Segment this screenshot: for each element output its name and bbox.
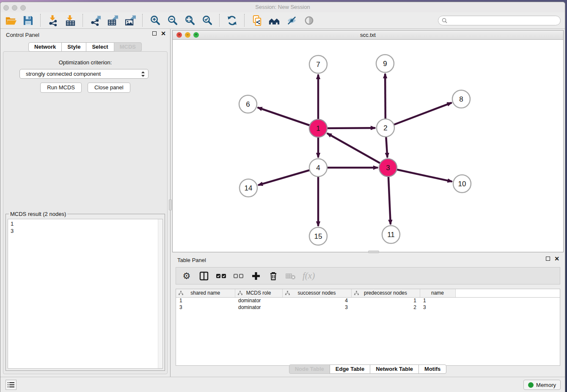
open-file-icon[interactable] bbox=[5, 14, 17, 26]
graph-node-11[interactable]: 11 bbox=[382, 226, 400, 243]
mcds-panel: Optimization criterion: strongly connect… bbox=[3, 51, 168, 374]
toolbar-separator bbox=[142, 14, 143, 27]
float-panel-icon[interactable] bbox=[152, 31, 157, 36]
close-table-panel-icon[interactable]: ✕ bbox=[554, 257, 559, 261]
refresh-icon[interactable] bbox=[226, 14, 238, 26]
zoom-in-icon[interactable] bbox=[149, 14, 161, 26]
graph-node-15[interactable]: 15 bbox=[309, 227, 327, 245]
graph-node-8[interactable]: 8 bbox=[452, 90, 470, 108]
table-row[interactable]: 3dominator323 bbox=[176, 304, 560, 311]
column-header-name[interactable]: name bbox=[420, 289, 455, 297]
svg-text:11: 11 bbox=[387, 231, 395, 239]
add-icon[interactable] bbox=[250, 271, 261, 282]
save-session-icon[interactable] bbox=[22, 14, 34, 26]
svg-text:9: 9 bbox=[383, 60, 387, 68]
memory-status-icon bbox=[528, 382, 534, 388]
table-splitter-handle[interactable] bbox=[368, 251, 379, 253]
application-window: Session: New Session bbox=[0, 2, 565, 392]
graph-node-6[interactable]: 6 bbox=[239, 95, 257, 113]
tab-motifs[interactable]: Motifs bbox=[418, 364, 446, 374]
tab-network[interactable]: Network bbox=[28, 42, 62, 52]
mcds-result-textarea[interactable]: 1 3 bbox=[8, 219, 163, 369]
import-table-icon[interactable] bbox=[64, 14, 76, 26]
cell: 1 bbox=[176, 297, 235, 304]
table-panel-tabs: Node TableEdge TableNetwork TableMotifs bbox=[172, 364, 564, 374]
close-panel-icon[interactable]: ✕ bbox=[161, 31, 166, 36]
svg-text:15: 15 bbox=[314, 232, 322, 240]
table-header-row: shared nameMCDS rolesuccessor nodesprede… bbox=[176, 289, 560, 297]
close-panel-button[interactable]: Close panel bbox=[88, 83, 130, 93]
network-canvas[interactable]: 7968124314101511 bbox=[173, 40, 563, 252]
table-row[interactable]: 1dominator411 bbox=[176, 297, 560, 304]
first-neighbors-icon[interactable] bbox=[268, 14, 280, 26]
tab-edge-table[interactable]: Edge Table bbox=[330, 364, 370, 374]
zoom-out-icon[interactable] bbox=[166, 14, 178, 26]
main-area: Control Panel ✕ NetworkStyleSelectMCDS O… bbox=[0, 29, 565, 377]
search-icon bbox=[442, 18, 447, 23]
edge-1-6[interactable] bbox=[258, 108, 318, 128]
export-table-icon[interactable] bbox=[107, 14, 118, 26]
import-network-icon[interactable] bbox=[47, 14, 59, 26]
graph-node-1[interactable]: 1 bbox=[309, 119, 327, 137]
optimization-criterion-label: Optimization criterion: bbox=[3, 59, 167, 66]
graph-node-14[interactable]: 14 bbox=[239, 179, 257, 197]
tab-node-table[interactable]: Node Table bbox=[289, 364, 330, 374]
mcds-result-title: MCDS result (2 nodes) bbox=[9, 211, 67, 217]
column-header-successor-nodes[interactable]: successor nodes bbox=[282, 289, 351, 297]
graph-node-4[interactable]: 4 bbox=[309, 159, 327, 177]
show-columns-icon[interactable] bbox=[198, 271, 209, 282]
cell: 3 bbox=[282, 304, 351, 311]
delete-table-icon bbox=[285, 271, 296, 282]
column-header-predecessor-nodes[interactable]: predecessor nodes bbox=[351, 289, 420, 297]
edge-3-1[interactable] bbox=[327, 133, 388, 168]
table-toolbar: ⚙ bbox=[176, 267, 560, 284]
float-table-panel-icon[interactable] bbox=[546, 257, 550, 261]
tab-mcds[interactable]: MCDS bbox=[114, 42, 142, 52]
edge-3-10[interactable] bbox=[388, 168, 452, 182]
tab-style[interactable]: Style bbox=[61, 42, 86, 52]
graph-node-7[interactable]: 7 bbox=[309, 55, 327, 73]
graph-node-2[interactable]: 2 bbox=[377, 119, 394, 137]
export-network-icon[interactable] bbox=[89, 14, 101, 26]
toolbar-separator bbox=[40, 14, 41, 27]
hierarchy-icon bbox=[354, 291, 359, 295]
graph-node-9[interactable]: 9 bbox=[376, 55, 394, 72]
network-window-titlebar[interactable]: × − + scc.txt bbox=[173, 30, 563, 40]
search-field[interactable] bbox=[438, 16, 561, 25]
column-header-shared-name[interactable]: shared name bbox=[176, 289, 235, 297]
column-filler bbox=[455, 289, 560, 297]
unselect-all-icon[interactable] bbox=[233, 271, 244, 282]
control-panel-tabs: NetworkStyleSelectMCDS bbox=[0, 42, 170, 52]
export-image-icon[interactable] bbox=[124, 14, 136, 26]
svg-text:14: 14 bbox=[245, 184, 253, 192]
delete-icon[interactable] bbox=[268, 271, 279, 282]
duplicate-network-icon[interactable] bbox=[251, 14, 263, 26]
graph-node-3[interactable]: 3 bbox=[379, 159, 397, 177]
cell: 2 bbox=[351, 304, 420, 311]
memory-label: Memory bbox=[536, 382, 556, 388]
tab-select[interactable]: Select bbox=[86, 42, 114, 52]
show-graphics-details-icon[interactable] bbox=[303, 14, 315, 26]
run-mcds-button[interactable]: Run MCDS bbox=[40, 83, 82, 93]
zoom-selected-icon[interactable] bbox=[201, 14, 213, 26]
cell-filler bbox=[455, 304, 560, 311]
node-table[interactable]: shared nameMCDS rolesuccessor nodesprede… bbox=[176, 289, 560, 366]
edge-2-8[interactable] bbox=[385, 103, 452, 128]
task-history-button[interactable] bbox=[6, 380, 17, 390]
toolbar-separator bbox=[244, 14, 245, 27]
settings-gear-icon[interactable]: ⚙ bbox=[181, 271, 192, 282]
toolbar-separator bbox=[83, 14, 83, 27]
cell: 1 bbox=[351, 297, 420, 304]
zoom-fit-icon[interactable] bbox=[184, 14, 195, 26]
memory-button[interactable]: Memory bbox=[523, 380, 561, 390]
graph-node-10[interactable]: 10 bbox=[453, 175, 471, 193]
table-body: 1dominator4113dominator323 bbox=[176, 297, 560, 311]
hide-graphics-details-icon[interactable] bbox=[286, 14, 297, 26]
criterion-select[interactable]: strongly connected component bbox=[19, 69, 149, 79]
column-header-mcds-role[interactable]: MCDS role bbox=[235, 289, 282, 297]
result-scrollbar[interactable] bbox=[158, 219, 162, 368]
svg-text:4: 4 bbox=[316, 164, 320, 172]
tab-network-table[interactable]: Network Table bbox=[370, 364, 419, 374]
search-input[interactable] bbox=[449, 17, 557, 23]
select-all-icon[interactable] bbox=[216, 271, 227, 282]
